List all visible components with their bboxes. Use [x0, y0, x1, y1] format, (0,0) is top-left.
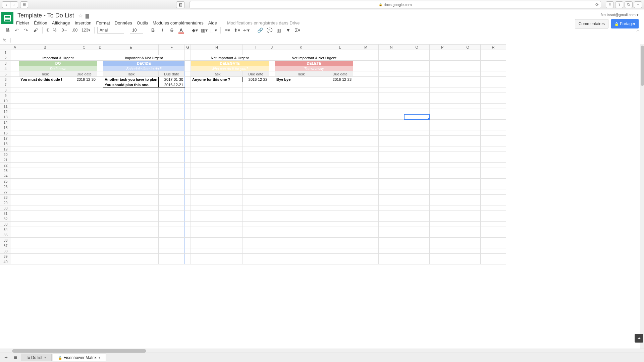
cell-L38[interactable]: [327, 248, 353, 254]
cell-H31[interactable]: [191, 211, 243, 216]
cell-C26[interactable]: [71, 184, 97, 189]
cell-K2[interactable]: Not Important & Not Urgent: [275, 55, 353, 61]
cell-E1[interactable]: [103, 50, 159, 55]
cell-M13[interactable]: [353, 114, 379, 120]
cell-F24[interactable]: [159, 173, 185, 179]
cell-E29[interactable]: [103, 200, 159, 205]
row-header-27[interactable]: 27: [0, 189, 11, 195]
cell-M18[interactable]: [353, 141, 379, 146]
cell-D18[interactable]: [97, 141, 103, 146]
cell-P34[interactable]: [430, 227, 455, 232]
cell-O23[interactable]: [404, 168, 430, 173]
sheet-tab-todolist[interactable]: To Do list▼: [21, 354, 52, 361]
menu-fichier[interactable]: Fichier: [16, 20, 29, 25]
cell-G30[interactable]: [185, 205, 191, 211]
cell-P2[interactable]: [430, 55, 455, 61]
cell-I23[interactable]: [243, 168, 269, 173]
cell-C35[interactable]: [71, 232, 97, 238]
column-header-I[interactable]: I: [243, 45, 269, 50]
cell-R25[interactable]: [481, 179, 506, 184]
cell-G14[interactable]: [185, 120, 191, 125]
cell-D1[interactable]: [97, 50, 103, 55]
column-header-Q[interactable]: Q: [455, 45, 481, 50]
cell-C37[interactable]: [71, 243, 97, 248]
cell-K17[interactable]: [275, 136, 327, 141]
cell-O35[interactable]: [404, 232, 430, 238]
cell-D6[interactable]: [97, 77, 103, 82]
cell-G31[interactable]: [185, 211, 191, 216]
cell-I39[interactable]: [243, 254, 269, 259]
column-header-R[interactable]: R: [481, 45, 506, 50]
cell-J21[interactable]: [269, 157, 275, 163]
cell-C17[interactable]: [71, 136, 97, 141]
cell-B16[interactable]: [19, 130, 71, 136]
cell-E19[interactable]: [103, 146, 159, 152]
cell-D21[interactable]: [97, 157, 103, 163]
cell-K7[interactable]: [275, 82, 327, 87]
cell-Q35[interactable]: [455, 232, 481, 238]
cell-M35[interactable]: [353, 232, 379, 238]
cell-H28[interactable]: [191, 195, 243, 200]
cell-H3[interactable]: DELEGATE: [191, 61, 269, 66]
cell-K5[interactable]: Task: [275, 71, 327, 77]
cell-B26[interactable]: [19, 184, 71, 189]
comments-button[interactable]: Commentaires: [575, 19, 608, 28]
cell-R4[interactable]: [481, 66, 506, 71]
cell-O2[interactable]: [404, 55, 430, 61]
cell-K32[interactable]: [275, 216, 327, 222]
menu-aide[interactable]: Aide: [208, 20, 217, 25]
cell-P14[interactable]: [430, 120, 455, 125]
cell-G40[interactable]: [185, 259, 191, 264]
cell-R26[interactable]: [481, 184, 506, 189]
cell-O34[interactable]: [404, 227, 430, 232]
cell-D29[interactable]: [97, 200, 103, 205]
row-header-36[interactable]: 36: [0, 238, 11, 243]
cell-G5[interactable]: [185, 71, 191, 77]
cell-G33[interactable]: [185, 222, 191, 227]
cell-J14[interactable]: [269, 120, 275, 125]
cell-O40[interactable]: [404, 259, 430, 264]
cell-C7[interactable]: [71, 82, 97, 87]
cell-G38[interactable]: [185, 248, 191, 254]
all-sheets-button[interactable]: ≡: [11, 354, 19, 361]
cell-L25[interactable]: [327, 179, 353, 184]
cell-L39[interactable]: [327, 254, 353, 259]
cell-F36[interactable]: [159, 238, 185, 243]
cell-P27[interactable]: [430, 189, 455, 195]
cell-H4[interactable]: Who can do it for you?: [191, 66, 269, 71]
cell-I31[interactable]: [243, 211, 269, 216]
cell-C1[interactable]: [71, 50, 97, 55]
cell-F29[interactable]: [159, 200, 185, 205]
cell-R30[interactable]: [481, 205, 506, 211]
cell-L30[interactable]: [327, 205, 353, 211]
cell-H24[interactable]: [191, 173, 243, 179]
cell-C33[interactable]: [71, 222, 97, 227]
cell-N15[interactable]: [379, 125, 404, 130]
cell-A27[interactable]: [11, 189, 19, 195]
cell-B33[interactable]: [19, 222, 71, 227]
cell-R14[interactable]: [481, 120, 506, 125]
cell-I32[interactable]: [243, 216, 269, 222]
cell-N34[interactable]: [379, 227, 404, 232]
cell-A16[interactable]: [11, 130, 19, 136]
cell-I26[interactable]: [243, 184, 269, 189]
cell-K29[interactable]: [275, 200, 327, 205]
cell-O11[interactable]: [404, 104, 430, 109]
cell-C16[interactable]: [71, 130, 97, 136]
cell-A21[interactable]: [11, 157, 19, 163]
cell-R37[interactable]: [481, 243, 506, 248]
cell-J2[interactable]: [269, 55, 275, 61]
cell-F32[interactable]: [159, 216, 185, 222]
cell-E5[interactable]: Task: [103, 71, 159, 77]
cell-B11[interactable]: [19, 104, 71, 109]
cell-N31[interactable]: [379, 211, 404, 216]
print-icon[interactable]: 🖶: [3, 26, 11, 34]
cell-M36[interactable]: [353, 238, 379, 243]
cell-E4[interactable]: Schedule time to do it: [103, 66, 185, 71]
cell-D32[interactable]: [97, 216, 103, 222]
cell-P40[interactable]: [430, 259, 455, 264]
row-header-12[interactable]: 12: [0, 109, 11, 114]
cell-K35[interactable]: [275, 232, 327, 238]
document-title[interactable]: Template - To Do List: [16, 11, 75, 20]
cell-L36[interactable]: [327, 238, 353, 243]
